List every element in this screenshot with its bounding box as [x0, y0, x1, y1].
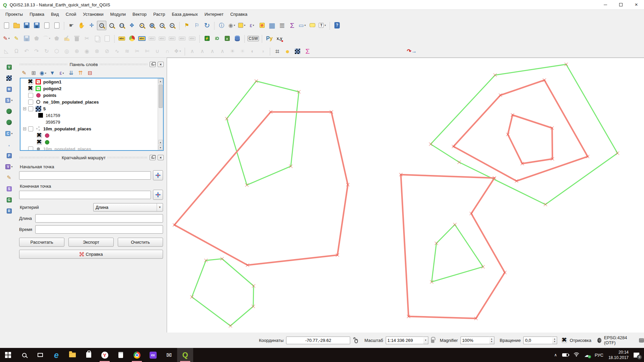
- layer-tree-item[interactable]: points: [20, 92, 163, 99]
- qgis-app[interactable]: Q: [177, 348, 193, 362]
- map-grid-icon[interactable]: ⌗: [273, 47, 282, 56]
- layer-tree-item[interactable]: ✎poligon2: [20, 85, 163, 92]
- zoom-next-icon[interactable]: ▸: [167, 21, 177, 30]
- metasearch-csw-icon[interactable]: CSW: [247, 34, 259, 43]
- mouse-position-icon[interactable]: [353, 337, 359, 343]
- pan-map-icon[interactable]: ✋: [77, 21, 86, 30]
- log-messages-icon[interactable]: [639, 338, 644, 343]
- new-geopackage-layer-icon[interactable]: G: [4, 195, 14, 204]
- calculate-button[interactable]: Рассчитать: [19, 238, 64, 247]
- deselect-features-icon[interactable]: ⊘: [257, 21, 267, 30]
- zoom-out-icon[interactable]: −: [107, 21, 116, 30]
- panel-float-button[interactable]: [150, 155, 156, 160]
- touch-zoom-icon[interactable]: ☛: [67, 21, 76, 30]
- layer-visibility-checkbox[interactable]: [28, 126, 33, 131]
- zonal-statistics-icon[interactable]: Σ: [303, 47, 312, 56]
- length-input[interactable]: [35, 214, 163, 223]
- layer-visibility-checkbox[interactable]: [37, 140, 42, 145]
- crs-globe-icon[interactable]: [597, 338, 601, 343]
- manage-visibility-icon[interactable]: ◉▾: [39, 69, 47, 77]
- new-composer-icon[interactable]: [42, 21, 51, 30]
- tray-chevron-icon[interactable]: ∧: [554, 353, 557, 357]
- collapse-all-icon[interactable]: ⇈: [76, 69, 85, 77]
- text-annotation-icon[interactable]: T▾: [318, 21, 327, 30]
- add-group-icon[interactable]: ⊞: [30, 69, 38, 77]
- save-project-as-icon[interactable]: [32, 21, 41, 30]
- store-app[interactable]: [80, 348, 97, 362]
- layer-tree-item[interactable]: 161759: [20, 112, 163, 119]
- mail-app[interactable]: ✉: [161, 348, 177, 362]
- toggle-editing-icon[interactable]: ✎: [12, 34, 21, 43]
- menu-item-9[interactable]: База данных: [168, 12, 201, 17]
- zoom-native-icon[interactable]: 1:1: [117, 21, 126, 30]
- scroll-up2-icon[interactable]: ▲: [158, 140, 163, 144]
- layer-visibility-checkbox[interactable]: [28, 86, 33, 91]
- edge-app[interactable]: e: [48, 348, 64, 362]
- postgis-icon[interactable]: ⚡: [202, 34, 212, 43]
- attribute-table-icon[interactable]: ▦: [267, 21, 277, 30]
- identify-features-icon[interactable]: ⓘ: [217, 21, 226, 30]
- touch-glow-icon[interactable]: ●: [283, 47, 292, 56]
- tree-expander-icon[interactable]: [23, 107, 26, 110]
- pick-start-point-button[interactable]: [153, 170, 163, 180]
- help-icon[interactable]: ?: [332, 21, 342, 30]
- search-button[interactable]: [16, 348, 32, 362]
- menu-item-11[interactable]: Справка: [227, 12, 251, 17]
- measure-icon[interactable]: ▭▾: [298, 21, 307, 30]
- file-explorer-app[interactable]: [64, 348, 80, 362]
- menu-item-6[interactable]: Модули: [107, 12, 129, 17]
- add-raster-layer-icon[interactable]: [4, 73, 14, 83]
- layer-tree-item[interactable]: 10m_populated_places: [20, 125, 163, 132]
- new-spatialite-layer-icon[interactable]: S: [4, 184, 14, 193]
- pick-end-point-button[interactable]: [153, 190, 163, 200]
- menu-item-10[interactable]: Интернет: [201, 12, 227, 17]
- zoom-full-icon[interactable]: ✥: [127, 21, 137, 30]
- osm-id-editor-icon[interactable]: iD: [212, 34, 222, 43]
- yandex-browser-app[interactable]: Y: [97, 348, 113, 362]
- map-tips-icon[interactable]: [308, 21, 317, 30]
- add-virtual-layer-icon[interactable]: V▾: [4, 162, 14, 171]
- notifications-icon[interactable]: 9: [634, 353, 639, 358]
- coordinate-capture-icon[interactable]: x,y: [275, 34, 284, 43]
- scroll-up-icon[interactable]: ▲: [158, 79, 163, 83]
- composer-manager-icon[interactable]: [52, 21, 61, 30]
- menu-item-3[interactable]: Вид: [48, 12, 62, 17]
- new-project-icon[interactable]: [2, 21, 11, 30]
- zoom-last-icon[interactable]: ◂: [157, 21, 167, 30]
- rotation-spinner[interactable]: ▲▼: [552, 337, 557, 344]
- remove-layer-icon[interactable]: ⊟: [86, 69, 94, 77]
- zoom-in-icon[interactable]: +: [97, 21, 106, 30]
- end-point-input[interactable]: [19, 191, 151, 199]
- coordinates-input[interactable]: [286, 337, 350, 344]
- run-feature-action-icon[interactable]: ◉▾: [227, 21, 236, 30]
- menu-item-7[interactable]: Вектор: [129, 12, 150, 17]
- sum-icon[interactable]: Σ: [287, 21, 297, 30]
- zoom-to-layer-icon[interactable]: ▤: [147, 21, 157, 30]
- layer-visibility-checkbox[interactable]: [28, 93, 33, 98]
- calculator-app[interactable]: [113, 348, 129, 362]
- menu-item-8[interactable]: Растр: [150, 12, 168, 17]
- battery-icon[interactable]: [562, 353, 569, 357]
- layers-scrollbar[interactable]: ▲ ▲ ▼: [158, 78, 163, 150]
- video-editor-app[interactable]: ex: [145, 348, 161, 362]
- layer-visibility-checkbox[interactable]: [28, 146, 33, 151]
- maximize-button[interactable]: [613, 0, 629, 9]
- tree-expander-icon[interactable]: [23, 127, 26, 130]
- expression-filter-icon[interactable]: ε▾: [58, 69, 66, 77]
- panel-close-button[interactable]: ×: [158, 155, 164, 160]
- scroll-down-icon[interactable]: ▼: [158, 145, 163, 150]
- georeferencer-icon[interactable]: ▲: [222, 34, 232, 43]
- menu-item-2[interactable]: Правка: [26, 12, 48, 17]
- start-point-input[interactable]: [19, 171, 151, 180]
- add-postgis-layer-icon[interactable]: P: [4, 151, 14, 160]
- labeling-icon[interactable]: abc: [117, 34, 126, 43]
- statistics-icon[interactable]: ≣: [277, 21, 287, 30]
- minimize-button[interactable]: [598, 0, 613, 9]
- menu-item-4[interactable]: Слой: [62, 12, 80, 17]
- antivirus-cloud-icon[interactable]: ☁✓: [584, 352, 590, 358]
- python-console-icon[interactable]: Py: [265, 34, 274, 43]
- add-delimited-text-layer-icon[interactable]: ,: [4, 140, 14, 149]
- layer-tree-item[interactable]: 359579: [20, 119, 163, 125]
- layer-tree-item[interactable]: [20, 132, 163, 139]
- db-manager-icon[interactable]: [232, 34, 242, 43]
